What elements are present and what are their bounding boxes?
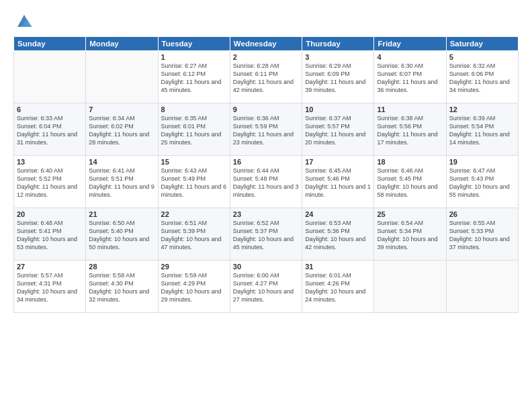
day-info: Sunrise: 6:30 AMSunset: 6:07 PMDaylight:… [377,62,443,95]
day-number: 17 [305,158,371,166]
day-number: 31 [305,263,371,271]
calendar-cell: 26Sunrise: 6:55 AMSunset: 5:33 PMDayligh… [446,208,518,261]
day-number: 5 [449,53,515,61]
day-number: 23 [233,210,299,218]
logo [13,11,34,30]
weekday-header-cell: Tuesday [158,37,230,51]
day-info: Sunrise: 6:53 AMSunset: 5:36 PMDaylight:… [305,219,371,252]
day-info: Sunrise: 6:54 AMSunset: 5:34 PMDaylight:… [377,219,443,252]
day-number: 14 [89,158,154,166]
day-number: 1 [161,53,227,61]
day-number: 25 [377,210,443,218]
day-number: 13 [17,158,83,166]
weekday-header-cell: Friday [374,37,446,51]
calendar-cell: 3Sunrise: 6:29 AMSunset: 6:09 PMDaylight… [302,51,374,103]
calendar-cell: 17Sunrise: 6:45 AMSunset: 5:46 PMDayligh… [302,156,374,208]
day-info: Sunrise: 6:55 AMSunset: 5:33 PMDaylight:… [449,219,515,252]
calendar-cell: 6Sunrise: 6:33 AMSunset: 6:04 PMDaylight… [14,103,86,156]
calendar-cell: 28Sunrise: 5:58 AMSunset: 4:30 PMDayligh… [86,261,158,313]
logo-icon [15,11,34,30]
day-number: 8 [161,105,227,113]
day-number: 18 [377,158,443,166]
weekday-header-cell: Sunday [14,37,86,51]
calendar-week-row: 13Sunrise: 6:40 AMSunset: 5:52 PMDayligh… [14,156,519,208]
day-number: 26 [449,210,515,218]
day-number: 9 [233,105,299,113]
weekday-header-cell: Saturday [446,37,518,51]
calendar-table: SundayMondayTuesdayWednesdayThursdayFrid… [13,36,519,313]
day-number: 16 [233,158,299,166]
calendar-cell: 30Sunrise: 6:00 AMSunset: 4:27 PMDayligh… [230,261,302,313]
calendar-cell: 10Sunrise: 6:37 AMSunset: 5:57 PMDayligh… [302,103,374,156]
day-number: 22 [161,210,227,218]
day-info: Sunrise: 6:37 AMSunset: 5:57 PMDaylight:… [305,114,371,147]
day-number: 10 [305,105,371,113]
calendar-week-row: 6Sunrise: 6:33 AMSunset: 6:04 PMDaylight… [14,103,519,156]
day-number: 30 [233,263,299,271]
day-info: Sunrise: 6:34 AMSunset: 6:02 PMDaylight:… [89,114,154,147]
calendar-cell: 7Sunrise: 6:34 AMSunset: 6:02 PMDaylight… [86,103,158,156]
day-info: Sunrise: 6:40 AMSunset: 5:52 PMDaylight:… [17,167,83,199]
day-number: 21 [89,210,154,218]
calendar-cell: 15Sunrise: 6:43 AMSunset: 5:49 PMDayligh… [158,156,230,208]
calendar-cell: 12Sunrise: 6:39 AMSunset: 5:54 PMDayligh… [446,103,518,156]
day-info: Sunrise: 5:57 AMSunset: 4:31 PMDaylight:… [17,271,83,304]
day-number: 4 [377,53,443,61]
day-info: Sunrise: 6:38 AMSunset: 5:56 PMDaylight:… [377,114,443,147]
day-info: Sunrise: 6:35 AMSunset: 6:01 PMDaylight:… [161,114,227,147]
calendar-cell [14,51,86,103]
day-number: 3 [305,53,371,61]
day-info: Sunrise: 6:33 AMSunset: 6:04 PMDaylight:… [17,114,83,147]
calendar-cell [86,51,158,103]
day-info: Sunrise: 6:36 AMSunset: 5:59 PMDaylight:… [233,114,299,147]
calendar-cell: 23Sunrise: 6:52 AMSunset: 5:37 PMDayligh… [230,208,302,261]
calendar-week-row: 27Sunrise: 5:57 AMSunset: 4:31 PMDayligh… [14,261,519,313]
calendar-cell: 25Sunrise: 6:54 AMSunset: 5:34 PMDayligh… [374,208,446,261]
day-info: Sunrise: 5:58 AMSunset: 4:30 PMDaylight:… [89,271,154,304]
calendar-cell: 13Sunrise: 6:40 AMSunset: 5:52 PMDayligh… [14,156,86,208]
day-info: Sunrise: 6:45 AMSunset: 5:46 PMDaylight:… [305,167,371,199]
calendar-cell: 18Sunrise: 6:46 AMSunset: 5:45 PMDayligh… [374,156,446,208]
day-info: Sunrise: 6:52 AMSunset: 5:37 PMDaylight:… [233,219,299,252]
calendar-cell: 24Sunrise: 6:53 AMSunset: 5:36 PMDayligh… [302,208,374,261]
day-number: 19 [449,158,515,166]
day-info: Sunrise: 6:01 AMSunset: 4:26 PMDaylight:… [305,271,371,304]
day-info: Sunrise: 6:32 AMSunset: 6:06 PMDaylight:… [449,62,515,95]
day-number: 2 [233,53,299,61]
calendar-cell [446,261,518,313]
day-number: 7 [89,105,154,113]
calendar-week-row: 1Sunrise: 6:27 AMSunset: 6:12 PMDaylight… [14,51,519,103]
day-info: Sunrise: 6:39 AMSunset: 5:54 PMDaylight:… [449,114,515,147]
day-number: 12 [449,105,515,113]
calendar-cell: 19Sunrise: 6:47 AMSunset: 5:43 PMDayligh… [446,156,518,208]
calendar-cell: 27Sunrise: 5:57 AMSunset: 4:31 PMDayligh… [14,261,86,313]
calendar-cell: 11Sunrise: 6:38 AMSunset: 5:56 PMDayligh… [374,103,446,156]
day-info: Sunrise: 5:59 AMSunset: 4:29 PMDaylight:… [161,271,227,304]
calendar-cell: 8Sunrise: 6:35 AMSunset: 6:01 PMDaylight… [158,103,230,156]
calendar-cell: 21Sunrise: 6:50 AMSunset: 5:40 PMDayligh… [86,208,158,261]
day-number: 6 [17,105,83,113]
calendar-cell: 31Sunrise: 6:01 AMSunset: 4:26 PMDayligh… [302,261,374,313]
day-info: Sunrise: 6:46 AMSunset: 5:45 PMDaylight:… [377,167,443,199]
day-info: Sunrise: 6:44 AMSunset: 5:48 PMDaylight:… [233,167,299,199]
day-info: Sunrise: 6:28 AMSunset: 6:11 PMDaylight:… [233,62,299,95]
calendar-cell: 2Sunrise: 6:28 AMSunset: 6:11 PMDaylight… [230,51,302,103]
day-number: 24 [305,210,371,218]
weekday-header-row: SundayMondayTuesdayWednesdayThursdayFrid… [14,37,519,51]
calendar-cell: 9Sunrise: 6:36 AMSunset: 5:59 PMDaylight… [230,103,302,156]
page-header [13,11,519,30]
calendar-cell: 16Sunrise: 6:44 AMSunset: 5:48 PMDayligh… [230,156,302,208]
calendar-week-row: 20Sunrise: 6:48 AMSunset: 5:41 PMDayligh… [14,208,519,261]
day-number: 28 [89,263,154,271]
calendar-cell [374,261,446,313]
calendar-cell: 22Sunrise: 6:51 AMSunset: 5:39 PMDayligh… [158,208,230,261]
calendar-cell: 29Sunrise: 5:59 AMSunset: 4:29 PMDayligh… [158,261,230,313]
calendar-cell: 20Sunrise: 6:48 AMSunset: 5:41 PMDayligh… [14,208,86,261]
calendar-cell: 5Sunrise: 6:32 AMSunset: 6:06 PMDaylight… [446,51,518,103]
day-number: 27 [17,263,83,271]
calendar-cell: 4Sunrise: 6:30 AMSunset: 6:07 PMDaylight… [374,51,446,103]
calendar-body: 1Sunrise: 6:27 AMSunset: 6:12 PMDaylight… [14,51,519,313]
calendar-cell: 1Sunrise: 6:27 AMSunset: 6:12 PMDaylight… [158,51,230,103]
day-info: Sunrise: 6:50 AMSunset: 5:40 PMDaylight:… [89,219,154,252]
day-number: 29 [161,263,227,271]
